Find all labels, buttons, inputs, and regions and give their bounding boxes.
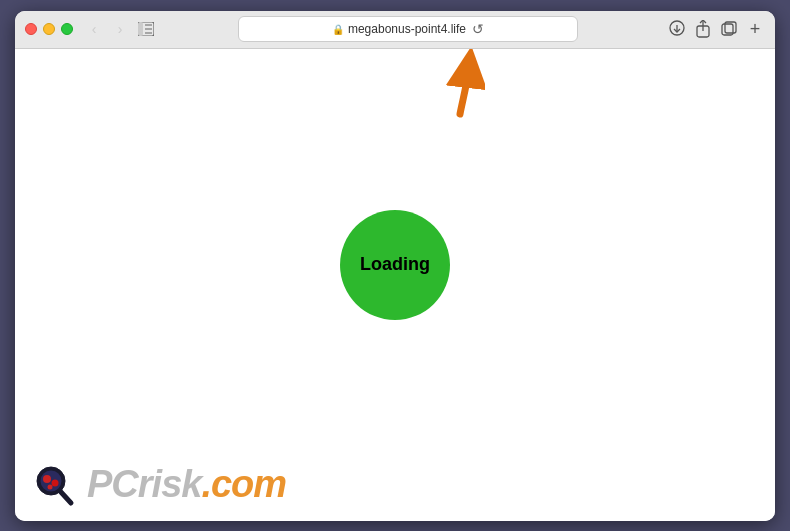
pcrisk-brand-text: PCrisk.com [87,463,286,505]
address-bar[interactable]: 🔒 megabonus-point4.life ↺ [238,16,578,42]
sidebar-button[interactable] [135,18,157,40]
loading-circle: Loading [340,210,450,320]
pcrisk-text-container: PCrisk.com [87,463,286,506]
watermark: PCrisk.com [33,461,286,509]
arrow-icon [425,49,485,119]
nav-buttons: ‹ › [83,18,131,40]
tabs-icon [721,21,737,37]
back-button[interactable]: ‹ [83,18,105,40]
title-bar: ‹ › 🔒 megabonus-point4.life ↺ [15,11,775,49]
download-icon [669,20,685,38]
share-icon [695,20,711,38]
loading-text: Loading [360,254,430,275]
svg-line-17 [60,491,71,503]
forward-button[interactable]: › [109,18,131,40]
sidebar-icon [138,22,154,36]
share-button[interactable] [693,19,713,39]
pcrisk-logo-icon [33,461,81,509]
maximize-button[interactable] [61,23,73,35]
page-content: Loading PCrisk.com [15,49,775,521]
download-button[interactable] [667,19,687,39]
svg-point-14 [43,475,51,483]
add-tab-button[interactable]: + [745,19,765,39]
traffic-lights [25,23,73,35]
browser-window: ‹ › 🔒 megabonus-point4.life ↺ [15,11,775,521]
url-text: megabonus-point4.life [348,22,466,36]
lock-icon: 🔒 [332,24,344,35]
minimize-button[interactable] [43,23,55,35]
reload-button[interactable]: ↺ [472,21,484,37]
arrow-container [425,49,485,123]
address-bar-wrapper: 🔒 megabonus-point4.life ↺ [157,16,659,42]
tabs-button[interactable] [719,19,739,39]
toolbar-right: + [667,19,765,39]
close-button[interactable] [25,23,37,35]
svg-point-16 [48,484,53,489]
svg-point-15 [52,479,59,486]
svg-rect-1 [138,22,143,36]
